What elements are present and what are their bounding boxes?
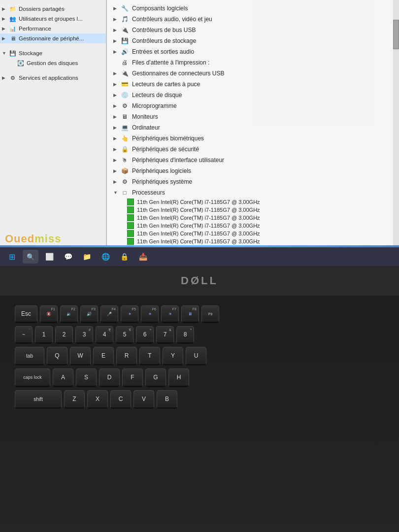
key-f2[interactable]: 🔉 F2: [60, 305, 78, 323]
tree-item-services[interactable]: ▶ ⚙ Services et applications: [0, 73, 106, 83]
panel-divider: [106, 0, 107, 246]
peripheriques-systeme[interactable]: ▶⚙Périphériques système: [111, 176, 395, 187]
key-d[interactable]: D: [99, 368, 120, 387]
entrees-sorties-audio[interactable]: ▶🔊Entrées et sorties audio: [111, 46, 395, 57]
inbox-button[interactable]: 📥: [135, 249, 151, 265]
key-z[interactable]: Z: [64, 390, 85, 409]
screen: ▶ 📁 Dossiers partagés ▶ 👥 Utilisateurs e…: [0, 0, 399, 266]
key-5[interactable]: 5 €: [116, 326, 133, 344]
key-e[interactable]: E: [93, 347, 114, 366]
key-tilde[interactable]: ~ `: [15, 326, 33, 344]
controleurs-stockage[interactable]: ▶💾Contrôleurs de stockage: [111, 35, 395, 46]
lecteurs-disque[interactable]: ▶💿Lecteurs de disque: [111, 90, 395, 100]
key-f6[interactable]: ☀ F6: [141, 305, 159, 323]
cpu-item-5[interactable]: 11th Gen Intel(R) Core(TM) i7-1185G7 @ 3…: [125, 230, 395, 237]
key-8[interactable]: 8 *: [176, 326, 194, 344]
key-f9[interactable]: F9: [201, 305, 219, 323]
search-button[interactable]: 🔍: [23, 250, 38, 264]
files-button[interactable]: 📁: [79, 249, 95, 265]
key-q[interactable]: Q: [47, 347, 67, 366]
key-y[interactable]: Y: [163, 347, 183, 366]
key-f1[interactable]: 🔇 F1: [40, 305, 58, 323]
ordinateur[interactable]: ▶💻Ordinateur: [111, 122, 395, 133]
ouedkniss-watermark: Ouedmiss: [5, 233, 61, 245]
controleurs-audio[interactable]: ▶🎵Contrôleurs audio, vidéo et jeu: [111, 14, 395, 25]
peripheriques-securite[interactable]: ▶🔒Périphériques de sécurité: [111, 144, 395, 155]
security-button[interactable]: 🔒: [116, 249, 132, 265]
key-row-fn: Esc 🔇 F1 🔉 F2 🔊 F3 🎤 F4 ☀ F5 ☀: [15, 305, 384, 323]
key-a[interactable]: A: [53, 368, 73, 387]
key-f[interactable]: F: [122, 368, 143, 387]
key-w[interactable]: W: [70, 347, 91, 366]
composants-logiciels[interactable]: ▶🔧Composants logiciels: [111, 3, 395, 14]
key-6[interactable]: 6 ^: [136, 326, 154, 344]
lecteurs-cartes[interactable]: ▶💳Lecteurs de cartes à puce: [111, 79, 395, 90]
cpu-item-4[interactable]: 11th Gen Intel(R) Core(TM) i7-1185G7 @ 3…: [125, 222, 395, 230]
key-shift-left[interactable]: shift: [15, 390, 62, 409]
processeurs-category[interactable]: ▼□Processeurs: [111, 187, 395, 198]
key-row-qwerty: tab Q W E R T Y U: [15, 347, 384, 366]
key-h[interactable]: H: [168, 368, 189, 387]
right-panel: ▶🔧Composants logiciels ▶🎵Contrôleurs aud…: [107, 0, 399, 246]
moniteurs[interactable]: ▶🖥Moniteurs: [111, 111, 395, 122]
files-impression[interactable]: 🖨Files d'attente à l'impression :: [111, 57, 395, 68]
peripheriques-logiciels[interactable]: ▶📦Périphériques logiciels: [111, 166, 395, 176]
tree-item-performance[interactable]: ▶ 📊 Performance: [0, 24, 106, 33]
key-row-numbers: ~ ` 1 2 3 # 4 ₹ 5 € 6 ^: [15, 326, 384, 344]
key-r[interactable]: R: [116, 347, 137, 366]
key-f5[interactable]: ☀ F5: [121, 305, 138, 323]
key-x[interactable]: X: [87, 390, 108, 409]
dell-logo: DØLL: [181, 274, 218, 287]
key-f3[interactable]: 🔊 F3: [80, 305, 98, 323]
tree-item-utilisateurs[interactable]: ▶ 👥 Utilisateurs et groupes l...: [0, 14, 106, 24]
keyboard-area: Esc 🔇 F1 🔉 F2 🔊 F3 🎤 F4 ☀ F5 ☀: [0, 296, 399, 532]
key-g[interactable]: G: [145, 368, 166, 387]
cpu-item-2[interactable]: 11th Gen Intel(R) Core(TM) i7-1185G7 @ 3…: [125, 206, 395, 214]
key-f8[interactable]: 🖥 F8: [181, 305, 199, 323]
edge-button[interactable]: 🌐: [98, 249, 113, 265]
key-4[interactable]: 4 ₹: [96, 326, 113, 344]
key-t[interactable]: T: [139, 347, 160, 366]
key-esc[interactable]: Esc: [15, 305, 37, 323]
cpu-item-3[interactable]: 11th Gen Intel(R) Core(TM) i7-1185G7 @ 3…: [125, 214, 395, 222]
left-panel: ▶ 📁 Dossiers partagés ▶ 👥 Utilisateurs e…: [0, 0, 106, 246]
laptop-bezel: DØLL: [0, 266, 399, 296]
scrollbar[interactable]: [393, 0, 399, 246]
key-b[interactable]: B: [157, 390, 177, 409]
key-f7[interactable]: ☀ F7: [161, 305, 179, 323]
tree-item-gestionnaire[interactable]: ▶ 🖥 Gestionnaire de périphé...: [0, 33, 106, 43]
taskbar: ⊞ 🔍 ⬜ 💬 📁 🌐 🔒 📥: [0, 247, 399, 266]
peripheriques-interface[interactable]: ▶🖱Périphériques d'interface utilisateur: [111, 155, 395, 166]
gestionnaires-connecteurs[interactable]: ▶🔌Gestionnaires de connecteurs USB: [111, 68, 395, 79]
key-row-zxcv: shift Z X C V B: [15, 390, 384, 409]
key-s[interactable]: S: [76, 368, 97, 387]
start-button[interactable]: ⊞: [4, 249, 20, 265]
cpu-item-6[interactable]: 11th Gen Intel(R) Core(TM) i7-1185G7 @ 3…: [125, 237, 395, 245]
keyboard: Esc 🔇 F1 🔉 F2 🔊 F3 🎤 F4 ☀ F5 ☀: [15, 305, 384, 409]
key-row-asdf: caps lock A S D F G H: [15, 368, 384, 387]
microprogramme[interactable]: ▶⚙Microprogramme: [111, 100, 395, 111]
tree-item-gestion-disques[interactable]: 💽 Gestion des disques: [8, 58, 106, 68]
tree-item-dossiers[interactable]: ▶ 📁 Dossiers partagés: [0, 4, 106, 14]
controleurs-bus-usb[interactable]: ▶🔌Contrôleurs de bus USB: [111, 25, 395, 35]
key-u[interactable]: U: [186, 347, 206, 366]
task-view-button[interactable]: ⬜: [41, 249, 57, 265]
key-v[interactable]: V: [133, 390, 154, 409]
key-1[interactable]: 1: [35, 326, 53, 344]
key-2[interactable]: 2: [55, 326, 73, 344]
key-f4[interactable]: 🎤 F4: [100, 305, 118, 323]
key-3[interactable]: 3 #: [75, 326, 93, 344]
tree-item-stockage[interactable]: ▼ 💾 Stockage: [0, 48, 106, 58]
key-tab[interactable]: tab: [15, 347, 44, 366]
chat-button[interactable]: 💬: [60, 249, 76, 265]
key-capslock[interactable]: caps lock: [15, 368, 50, 387]
scrollbar-thumb[interactable]: [393, 20, 399, 49]
key-c[interactable]: C: [110, 390, 131, 409]
cpu-item-1[interactable]: 11th Gen Intel(R) Core(TM) i7-1185G7 @ 3…: [125, 198, 395, 206]
key-7[interactable]: 7 &: [156, 326, 174, 344]
peripheriques-biometriques[interactable]: ▶👆Périphériques biométriques: [111, 133, 395, 144]
